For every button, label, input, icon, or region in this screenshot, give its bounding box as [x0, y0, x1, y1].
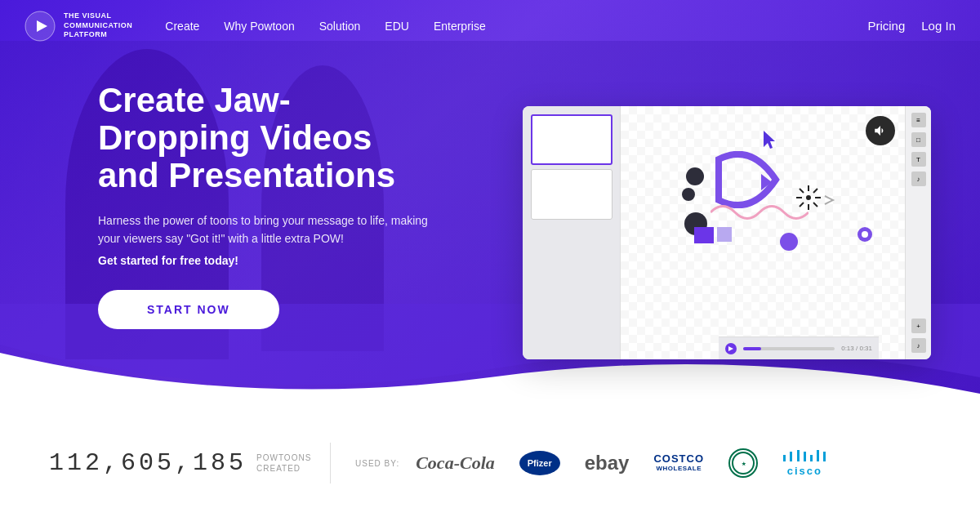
tool-icon-3[interactable]: T: [911, 152, 926, 167]
cursor-icon: [764, 131, 780, 151]
svg-marker-13: [728, 346, 733, 351]
stats-divider: [330, 443, 331, 483]
burst-shape: [792, 181, 825, 214]
stats-area: 112,605,185 POWTOONS CREATED USED BY: Co…: [0, 418, 980, 508]
tool-icon-4[interactable]: ♪: [911, 172, 926, 186]
timeline-time: 0:13 / 0:31: [841, 345, 872, 352]
svg-line-9: [800, 189, 804, 193]
arrow-right: [821, 192, 837, 208]
svg-text:★: ★: [742, 461, 746, 466]
timeline-progress-bar: [743, 347, 835, 350]
purple-dot-right: [858, 227, 872, 242]
brand-pfizer: Pfizer: [519, 451, 560, 475]
editor-canvas[interactable]: 0:13 / 0:31: [621, 106, 905, 359]
editor-timeline[interactable]: 0:13 / 0:31: [719, 336, 879, 359]
header: THE VISUAL COMMUNICATION PLATFORM Create…: [0, 0, 980, 51]
nav-create[interactable]: Create: [165, 20, 199, 33]
main-nav: Create Why Powtoon Solution EDU Enterpri…: [165, 20, 867, 33]
tool-icon-1[interactable]: ≡: [911, 113, 926, 127]
dark-circle-2: [682, 188, 695, 201]
nav-solution[interactable]: Solution: [319, 20, 361, 33]
brand-coca-cola: Coca-Cola: [416, 452, 495, 474]
slide-thumb-1[interactable]: [531, 114, 612, 165]
hero-description: Harness the power of toons to bring your…: [98, 212, 441, 248]
editor-preview: 0:13 / 0:31 ≡ □ T ♪ + ♪: [523, 106, 931, 359]
editor-inner: 0:13 / 0:31 ≡ □ T ♪ + ♪: [523, 106, 931, 359]
nav-pricing[interactable]: Pricing: [867, 19, 905, 33]
logo[interactable]: THE VISUAL COMMUNICATION PLATFORM: [24, 11, 132, 42]
nav-edu[interactable]: EDU: [385, 20, 409, 33]
svg-line-10: [813, 203, 817, 207]
editor-slides-panel: [523, 106, 621, 359]
used-by-label: USED BY:: [355, 459, 399, 468]
logo-text: THE VISUAL COMMUNICATION PLATFORM: [64, 11, 132, 40]
brand-cisco: cisco: [782, 450, 826, 477]
nav-login[interactable]: Log In: [921, 19, 956, 33]
svg-marker-3: [764, 131, 775, 149]
tool-icon-6[interactable]: ♪: [911, 338, 926, 353]
powtoon-logo-icon: [24, 11, 56, 42]
timeline-play-button[interactable]: [725, 343, 737, 354]
start-now-button[interactable]: START NOW: [98, 290, 279, 329]
brand-ebay: ebay: [585, 452, 630, 475]
hero-content: Create Jaw-Dropping Videos and Presentat…: [98, 82, 441, 329]
brand-costco: COSTCO WHOLESALE: [653, 453, 704, 472]
stats-label: POWTOONS CREATED: [256, 452, 305, 474]
svg-line-12: [800, 203, 804, 207]
slide-thumb-2[interactable]: [531, 169, 612, 220]
hero-title: Create Jaw-Dropping Videos and Presentat…: [98, 82, 441, 195]
editor-toolbar: ≡ □ T ♪ + ♪: [905, 106, 931, 359]
brand-logos: Coca-Cola Pfizer ebay COSTCO WHOLESALE ★: [416, 448, 931, 478]
brand-starbucks: ★: [728, 448, 758, 478]
nav-why-powtoon[interactable]: Why Powtoon: [224, 20, 294, 33]
svg-point-4: [806, 195, 811, 200]
nav-right: Pricing Log In: [867, 19, 956, 33]
stats-number: 112,605,185: [49, 449, 247, 477]
dark-circle-1: [686, 167, 704, 185]
sound-button[interactable]: [866, 116, 895, 145]
purple-rect-1: [694, 227, 714, 243]
tool-icon-5[interactable]: +: [911, 319, 926, 333]
svg-line-11: [813, 189, 817, 193]
nav-enterprise[interactable]: Enterprise: [434, 20, 486, 33]
light-purple-rect: [717, 227, 732, 242]
tool-icon-2[interactable]: □: [911, 132, 926, 147]
timeline-fill: [743, 347, 761, 350]
purple-dot: [780, 233, 798, 251]
hero-cta-text: Get started for free today!: [98, 254, 441, 267]
